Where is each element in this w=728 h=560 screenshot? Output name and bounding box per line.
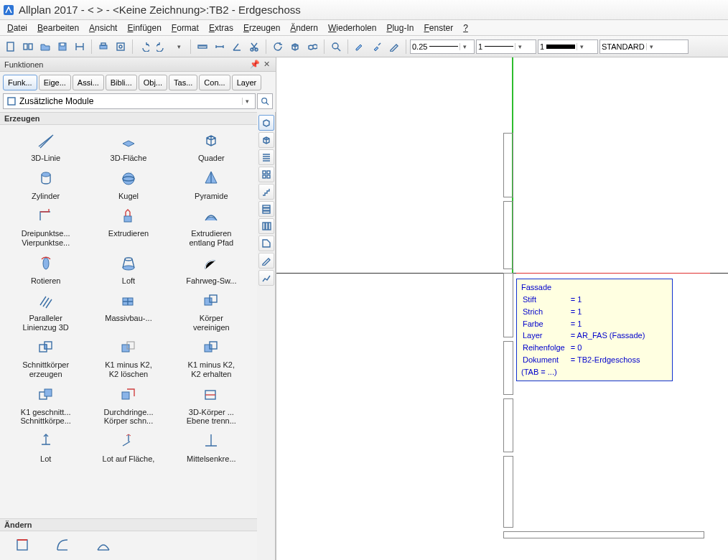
view-tag-icon[interactable] — [258, 235, 274, 251]
tab-bibli[interactable]: Bibli... — [106, 75, 137, 90]
paint-icon[interactable] — [352, 39, 368, 55]
new-document-icon[interactable] — [3, 39, 19, 55]
tool-k1-k2-loeschen[interactable]: K1 minus K2,K2 löschen — [88, 336, 168, 380]
cube-icon[interactable] — [287, 39, 303, 55]
tool-dreipunkt[interactable]: Dreipunktse...Vierpunktse... — [6, 205, 85, 248]
tab-eige[interactable]: Eige... — [39, 75, 71, 90]
tool-k1-geschnitten[interactable]: K1 geschnitt...Schnittkörpe... — [6, 383, 85, 427]
save-icon[interactable] — [55, 39, 70, 55]
tool-3d-koerper-ebene[interactable]: 3D-Körper ...Ebene trenn... — [172, 383, 251, 427]
tool-parallel[interactable]: ParallelerLinienzug 3D — [6, 289, 85, 333]
tool-zylinder[interactable]: Zylinder — [6, 167, 85, 202]
undo-dropdown-icon[interactable]: ▾ — [171, 39, 187, 55]
dimension-icon[interactable] — [212, 39, 228, 55]
tool-label: K1 geschnitt...Schnittkörpe... — [21, 408, 71, 426]
undo-icon[interactable] — [136, 39, 152, 55]
kugel-icon — [118, 169, 139, 189]
view-wire-icon[interactable] — [258, 132, 274, 148]
arrange-icon[interactable] — [20, 39, 36, 55]
tool-pyramide[interactable]: Pyramide — [172, 167, 251, 202]
modify-tool-1-icon[interactable] — [14, 536, 33, 554]
menu-plugin[interactable]: Plug-In — [382, 22, 418, 34]
open-icon[interactable] — [37, 39, 53, 55]
svg-point-15 — [262, 98, 267, 103]
tool-vereinigen[interactable]: Körpervereinigen — [172, 289, 251, 333]
titlebar: Allplan 2017 - < > - <Keine Zeichnung>:T… — [0, 0, 728, 20]
brush-icon[interactable] — [369, 39, 385, 55]
measure-icon[interactable] — [72, 39, 88, 55]
tool-fahrweg[interactable]: Fahrweg-Sw... — [172, 252, 251, 287]
view-columns-icon[interactable] — [258, 218, 274, 234]
tool-lot[interactable]: Lot — [6, 430, 85, 465]
tool-label: Zylinder — [32, 192, 60, 201]
modify-tool-2-icon[interactable] — [55, 536, 73, 554]
zoom-icon[interactable] — [328, 39, 344, 55]
tab-tas[interactable]: Tas... — [169, 75, 197, 90]
drawing-canvas[interactable]: Fassade Stift1Strich1Farbe1LayerAR_FAS (… — [276, 57, 728, 560]
tool-label: Fahrweg-Sw... — [186, 276, 236, 286]
cut-icon[interactable] — [246, 39, 262, 55]
line-type-combo[interactable]: 1 ▾ — [476, 39, 536, 54]
ruler-icon[interactable] — [195, 39, 210, 55]
tool-rotieren[interactable]: Rotieren — [6, 252, 85, 287]
menu-wiederholen[interactable]: Wiederholen — [324, 22, 381, 34]
angle-icon[interactable] — [229, 39, 245, 55]
menu-bearbeiten[interactable]: Bearbeiten — [33, 22, 83, 34]
k1-geschnitten-icon — [36, 385, 56, 405]
print-icon[interactable] — [95, 39, 111, 55]
tool-mittelsenkre[interactable]: Mittelsenkre... — [172, 430, 251, 465]
tool-3d-flaeche[interactable]: 3D-Fläche — [88, 129, 168, 164]
tool-3d-linie[interactable]: 3D-Linie — [6, 129, 85, 164]
module-combo[interactable]: Zusätzliche Module ▾ — [3, 93, 256, 109]
menu-fenster[interactable]: Fenster — [419, 22, 457, 34]
tool-loft[interactable]: Loft — [88, 252, 168, 287]
section-aendern: Ändern — [0, 518, 257, 531]
svg-rect-5 — [60, 43, 65, 46]
view-pencil-icon[interactable] — [258, 253, 274, 269]
separator — [91, 39, 92, 54]
tool-quader[interactable]: Quader — [172, 129, 251, 164]
tool-durchdringe[interactable]: Durchdringe...Körper schn... — [88, 383, 168, 427]
search-icon[interactable] — [257, 93, 273, 109]
tab-obj[interactable]: Obj... — [139, 75, 167, 90]
tool-extrudieren[interactable]: Extrudieren — [88, 205, 168, 248]
modify-tool-3-icon[interactable] — [95, 536, 113, 554]
redo-icon[interactable] — [154, 39, 169, 55]
tab-con[interactable]: Con... — [199, 75, 230, 90]
tool-k1-k2-erhalten[interactable]: K1 minus K2,K2 erhalten — [172, 336, 251, 380]
guide-horizontal — [516, 273, 710, 274]
preview-icon[interactable] — [113, 39, 129, 55]
tab-funk[interactable]: Funk... — [3, 75, 37, 90]
tab-assi[interactable]: Assi... — [73, 75, 104, 90]
menu-[interactable]: ? — [459, 22, 472, 34]
tool-massivbau[interactable]: Massivbau-... — [88, 289, 168, 333]
menu-datei[interactable]: Datei — [3, 22, 32, 34]
view-stack-icon[interactable] — [258, 201, 274, 217]
tool-lot-flaeche[interactable]: Lot auf Fläche, — [88, 430, 168, 465]
view-iso-icon[interactable] — [258, 115, 274, 131]
menu-einfgen[interactable]: Einfügen — [123, 22, 165, 34]
element-segment — [503, 456, 513, 528]
view-stairs-icon[interactable] — [258, 184, 274, 200]
pen-icon[interactable] — [386, 39, 402, 55]
view-chart-icon[interactable] — [258, 270, 274, 286]
tool-extrudieren-pfad[interactable]: Extrudierenentlang Pfad — [172, 205, 251, 248]
svg-rect-40 — [263, 175, 266, 178]
pin-icon[interactable]: 📌 — [250, 60, 260, 69]
menu-erzeugen[interactable]: Erzeugen — [239, 22, 284, 34]
line-color-combo[interactable]: 1 ▾ — [538, 39, 598, 54]
close-icon[interactable]: ✕ — [261, 60, 271, 69]
refresh-icon[interactable] — [270, 39, 286, 55]
view-grid-icon[interactable] — [258, 167, 274, 182]
menu-ndern[interactable]: Ändern — [286, 22, 322, 34]
menu-extras[interactable]: Extras — [205, 22, 238, 34]
pen-width-combo[interactable]: 0.25 ▾ — [410, 39, 475, 54]
view-list-icon[interactable] — [258, 149, 274, 165]
tool-schnittkoerper[interactable]: Schnittkörpererzeugen — [6, 336, 85, 380]
cubes-icon[interactable] — [304, 39, 320, 55]
tab-layer[interactable]: Layer — [232, 75, 262, 90]
menu-format[interactable]: Format — [167, 22, 203, 34]
layer-combo[interactable]: STANDARD▾ — [599, 39, 689, 54]
menu-ansicht[interactable]: Ansicht — [85, 22, 121, 34]
tool-kugel[interactable]: Kugel — [88, 167, 168, 202]
